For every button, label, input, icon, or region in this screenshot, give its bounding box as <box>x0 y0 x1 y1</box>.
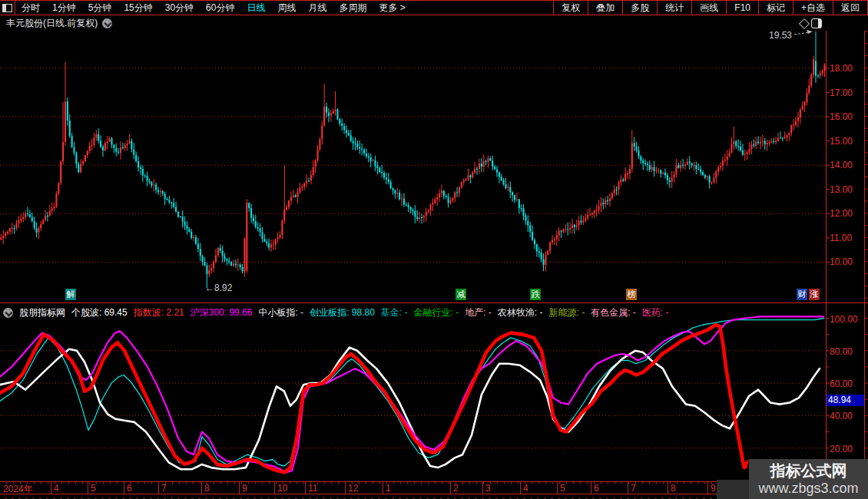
indicator-line-指数波 <box>0 325 744 472</box>
low-price-annotation: ←8.92 <box>205 283 232 293</box>
indicator-tick-label: 80.00 <box>830 346 863 357</box>
indicator-source: 股朋指标网 <box>19 306 65 319</box>
high-annotation-arrow <box>794 32 810 35</box>
month-separator <box>591 482 591 494</box>
price-tick-label: 12.00 <box>830 208 863 219</box>
candles-down-wicks <box>15 31 818 289</box>
indicator-value-badge: 48.94 <box>827 395 864 406</box>
candles-up-bodies <box>0 59 825 274</box>
app-window: 分时1分钟5分钟15分钟30分钟60分钟日线周线月线多周期更多 > 复权叠加多股… <box>0 0 868 499</box>
month-separator <box>707 482 708 494</box>
indicator-legend-金融行业: 金融行业: - <box>414 306 459 319</box>
indicator-tick-label: 40.00 <box>830 411 863 421</box>
month-label-7: 7 <box>161 483 167 494</box>
month-label-9: 9 <box>242 483 247 494</box>
month-separator <box>345 482 346 494</box>
price-tick-label: 14.00 <box>830 160 863 170</box>
panel-layout-icon[interactable] <box>811 18 822 28</box>
month-label-5: 5 <box>560 483 565 494</box>
tag-badge-解[interactable]: 解 <box>65 289 76 300</box>
month-separator <box>557 482 558 494</box>
month-separator <box>274 482 275 494</box>
indicator-legend-新能源: 新能源: - <box>549 306 585 319</box>
tag-badge-财[interactable]: 财 <box>797 289 807 300</box>
month-label-11: 11 <box>308 483 317 494</box>
month-separator <box>482 482 483 494</box>
high-annotation-arrowhead <box>807 30 813 34</box>
price-tick-label: 15.00 <box>830 136 863 147</box>
indicator-legend-沪深300: 沪深300: 99.66 <box>190 306 253 319</box>
title-dropdown-icon[interactable] <box>102 18 112 28</box>
month-label-7: 7 <box>631 483 636 494</box>
indicator-dropdown-icon[interactable] <box>3 308 13 318</box>
month-label-12: 12 <box>348 483 358 494</box>
tag-badge-减[interactable]: 减 <box>456 289 466 300</box>
price-tick-label: 13.00 <box>830 184 863 195</box>
price-tick-label: 11.00 <box>830 233 863 243</box>
indicator-header: 股朋指标网 个股波: 69.45指数波: 2.21沪深300: 99.66中小板… <box>3 306 825 319</box>
indicator-legend-地产: 地产: - <box>465 306 492 319</box>
page-title: 丰元股份(日线.前复权) <box>6 17 98 30</box>
month-separator <box>305 482 306 494</box>
indicator-tick-label: 20.00 <box>830 444 863 454</box>
chart-canvas[interactable] <box>0 0 868 499</box>
month-separator <box>201 482 202 494</box>
month-separator <box>383 482 383 494</box>
month-separator <box>520 482 521 494</box>
indicator-legend-医药: 医药: - <box>642 306 669 319</box>
indicator-tick-label: 100.00 <box>830 314 863 325</box>
indicator-legend-个股波: 个股波: 69.45 <box>71 306 128 319</box>
month-label-8: 8 <box>204 483 210 494</box>
month-label-2: 2 <box>453 483 459 494</box>
price-tick-label: 18.00 <box>830 63 863 74</box>
tag-badge-榜[interactable]: 榜 <box>626 289 637 300</box>
indicator-tick-label: 60.00 <box>830 378 863 389</box>
indicator-line-个股波 <box>0 348 820 470</box>
month-label-1: 1 <box>386 483 391 494</box>
price-tick-label: 16.00 <box>830 111 863 122</box>
month-label-8: 8 <box>671 483 676 494</box>
candles-down-bodies <box>14 61 819 275</box>
tag-badge-涨[interactable]: 涨 <box>809 289 820 300</box>
month-label-4: 4 <box>523 483 528 494</box>
tag-badge-跌[interactable]: 跌 <box>530 289 541 300</box>
month-separator <box>450 482 451 494</box>
month-separator <box>124 482 124 494</box>
indicator-legend-基金: 基金: - <box>381 306 408 319</box>
month-label-9: 9 <box>711 483 716 494</box>
month-label-3: 3 <box>485 483 491 494</box>
month-separator <box>88 482 88 494</box>
indicator-legend-指数波: 指数波: 2.21 <box>134 306 184 319</box>
price-tick-label: 17.00 <box>830 88 863 98</box>
month-label-4: 4 <box>54 483 59 494</box>
month-separator <box>158 482 159 494</box>
watermark-url: www.zbgs3.com <box>758 480 858 497</box>
month-separator <box>628 482 628 494</box>
month-label-5: 5 <box>91 483 96 494</box>
month-separator <box>239 482 240 494</box>
high-price-annotation: 19.53 <box>769 30 792 41</box>
watermark-title: 指标公式网 <box>770 461 847 480</box>
watermark-shadow-box <box>717 480 749 499</box>
month-label-6: 6 <box>594 483 599 494</box>
month-separator <box>51 482 51 494</box>
month-label-10: 10 <box>277 483 287 494</box>
indicator-legend-有色金属: 有色金属: - <box>591 306 636 319</box>
month-label-6: 6 <box>127 483 132 494</box>
title-bar: 丰元股份(日线.前复权) <box>6 17 112 29</box>
month-separator <box>668 482 668 494</box>
indicator-legend-中小板指: 中小板指: - <box>258 306 303 319</box>
indicator-legend-创业板指: 创业板指: 98.80 <box>310 306 375 319</box>
indicator-legend-农林牧渔: 农林牧渔: - <box>498 306 543 319</box>
candles-up-wicks <box>1 56 824 277</box>
indicator-line-沪深300 <box>0 316 823 472</box>
watermark: 指标公式网 www.zbgs3.com <box>749 459 868 499</box>
price-tick-label: 10.00 <box>830 256 863 267</box>
